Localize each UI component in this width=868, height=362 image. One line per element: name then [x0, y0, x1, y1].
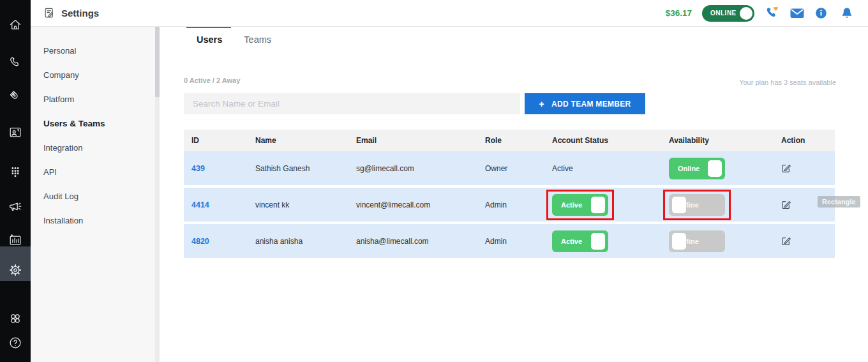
availability-toggle-knob — [672, 233, 686, 250]
header-cell-availability: Availability — [661, 130, 774, 151]
availability-toggle[interactable]: Offline — [669, 230, 725, 252]
availability-toggle-knob — [708, 160, 722, 177]
contacts-icon[interactable] — [0, 118, 31, 146]
user-id-link[interactable]: 4820 — [191, 237, 209, 246]
availability-toggle-knob — [672, 197, 686, 213]
online-status-toggle[interactable]: ONLINE — [702, 5, 754, 22]
status-summary: 0 Active / 2 Away — [184, 77, 240, 84]
home-icon[interactable] — [0, 11, 31, 39]
megaphone-icon[interactable] — [0, 193, 31, 221]
account-status-toggle[interactable]: Active — [552, 194, 608, 216]
add-team-member-button[interactable]: + ADD TEAM MEMBER — [525, 93, 645, 114]
availability-toggle[interactable]: Offline — [669, 194, 725, 216]
availability-toggle[interactable]: Online — [669, 158, 725, 179]
annotation-wrap: Active — [552, 194, 608, 216]
settings-icon[interactable] — [0, 256, 31, 284]
cell-role: Owner — [477, 151, 544, 185]
user-name: Sathish Ganesh — [255, 164, 310, 173]
user-name: anisha anisha — [255, 237, 303, 246]
cell-action — [774, 224, 835, 258]
topbar-icons — [765, 6, 854, 21]
cell-email: vincent@limecall.com — [348, 188, 477, 222]
annotation-wrap: Offline — [669, 194, 725, 216]
settings-nav-item-platform[interactable]: Platform — [31, 87, 160, 111]
cell-name: vincent kk — [248, 188, 348, 222]
add-team-member-label: ADD TEAM MEMBER — [551, 100, 631, 109]
page-title: Settings — [61, 8, 99, 19]
cell-name: anisha anisha — [248, 224, 348, 258]
nav-scrollbar-thumb[interactable] — [155, 27, 160, 97]
online-toggle-knob — [740, 7, 752, 20]
phone-calls-icon[interactable] — [765, 6, 780, 21]
settings-nav-item-personal[interactable]: Personal — [31, 38, 160, 63]
annotation-tool-tooltip: Rectangle — [818, 196, 860, 207]
tab-users[interactable]: Users — [197, 34, 222, 45]
user-email: vincent@limecall.com — [356, 200, 430, 209]
account-status-toggle[interactable]: Active — [552, 230, 608, 252]
header-cell-action: Action — [774, 130, 835, 151]
user-email: sg@limecall.com — [356, 164, 414, 173]
plus-icon: + — [539, 99, 544, 109]
settings-nav: Personal Company Platform Users & Teams … — [31, 27, 160, 362]
cell-email: sg@limecall.com — [348, 151, 477, 185]
settings-nav-item-company[interactable]: Company — [31, 63, 160, 87]
table-row: 4820anisha anishaanisha@limecall.comAdmi… — [184, 224, 835, 258]
user-id-link[interactable]: 4414 — [191, 200, 209, 209]
table-header: ID Name Email Role Account Status Availa… — [184, 130, 835, 151]
nav-scrollbar-track — [155, 27, 160, 362]
app-rail — [0, 0, 31, 362]
user-role: Owner — [485, 164, 507, 173]
cell-id: 439 — [184, 151, 248, 185]
account-status-toggle-label: Active — [561, 201, 582, 209]
table-row: 439Sathish Ganeshsg@limecall.comOwnerAct… — [184, 151, 835, 185]
account-status-toggle-knob — [591, 233, 605, 250]
cell-availability: Offline — [661, 188, 774, 222]
help-icon[interactable] — [0, 329, 31, 357]
analytics-icon[interactable] — [0, 226, 31, 254]
dialpad-icon[interactable] — [0, 158, 31, 186]
user-id-link[interactable]: 439 — [191, 164, 205, 173]
edit-user-button[interactable] — [781, 200, 791, 209]
user-role: Admin — [485, 200, 507, 209]
edit-user-button[interactable] — [781, 163, 791, 173]
settings-nav-item-integration[interactable]: Integration — [31, 135, 160, 160]
cell-action — [774, 151, 835, 185]
cell-availability: Online — [661, 151, 774, 185]
header-cell-role: Role — [477, 130, 544, 151]
cell-email: anisha@limecall.com — [348, 224, 477, 258]
cell-name: Sathish Ganesh — [248, 151, 348, 185]
settings-nav-item-api[interactable]: API — [31, 160, 160, 184]
topbar: Settings $36.17 ONLINE — [31, 0, 868, 27]
user-email: anisha@limecall.com — [356, 237, 429, 246]
settings-nav-item-users-teams[interactable]: Users & Teams — [31, 111, 160, 135]
notifications-bell-icon[interactable] — [840, 6, 854, 20]
users-table: ID Name Email Role Account Status Availa… — [184, 130, 835, 258]
account-status-toggle-knob — [591, 197, 605, 213]
header-cell-name: Name — [248, 130, 348, 151]
search-input[interactable] — [184, 93, 520, 114]
phone-icon[interactable] — [0, 49, 31, 77]
cell-account-status: Active — [544, 151, 661, 185]
settings-nav-item-audit-log[interactable]: Audit Log — [31, 184, 160, 208]
settings-note-icon — [43, 7, 56, 19]
cell-account-status: Active — [544, 224, 661, 258]
header-cell-email: Email — [348, 130, 477, 151]
cell-role: Admin — [477, 224, 544, 258]
edit-user-button[interactable] — [781, 236, 791, 246]
tab-teams[interactable]: Teams — [244, 34, 271, 45]
main-content: Users Teams 0 Active / 2 Away Your plan … — [160, 27, 868, 362]
header-cell-account-status: Account Status — [544, 130, 661, 151]
cell-availability: Offline — [661, 224, 774, 258]
mail-icon[interactable] — [789, 6, 805, 21]
account-status-toggle-label: Active — [561, 238, 582, 245]
tabs: Users Teams — [197, 34, 271, 45]
app-window: Settings $36.17 ONLINE Personal Company … — [0, 0, 868, 362]
magnet-icon[interactable] — [0, 82, 31, 110]
info-icon[interactable] — [814, 6, 828, 20]
availability-toggle-label: Online — [678, 165, 700, 172]
balance-display: $36.17 — [666, 8, 692, 18]
cell-id: 4414 — [184, 188, 248, 222]
settings-nav-item-installation[interactable]: Installation — [31, 208, 160, 232]
account-status-text: Active — [552, 164, 573, 173]
user-name: vincent kk — [255, 200, 289, 209]
